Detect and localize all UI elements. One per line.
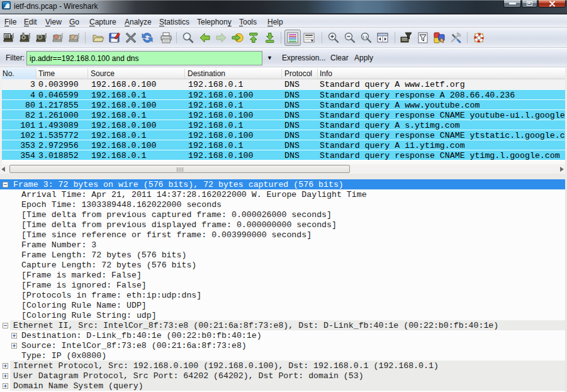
svg-text:1:1: 1:1 <box>362 35 368 39</box>
